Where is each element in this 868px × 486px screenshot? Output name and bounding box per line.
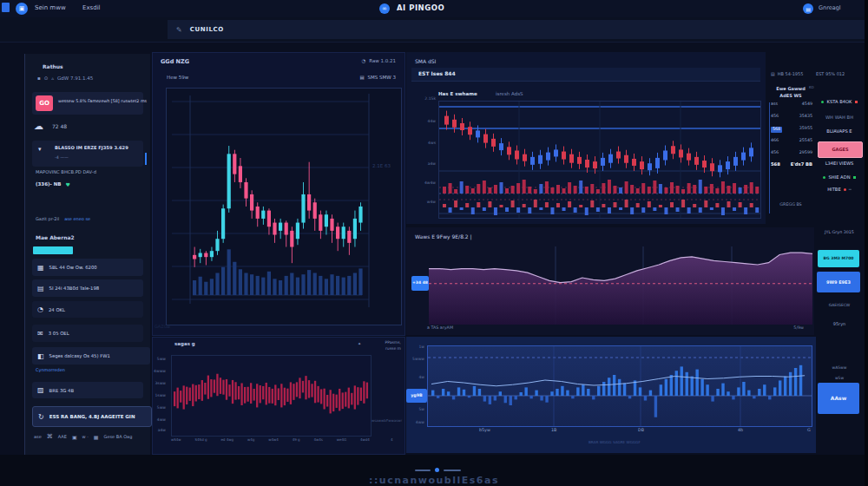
- rt-ylabel: a4w: [413, 162, 436, 167]
- bl-xaxis: wS4w S4Sd g ed 4wg w4g w4w4 49 g 4w4s we…: [171, 438, 370, 442]
- cmd-icon[interactable]: ⌘: [47, 434, 53, 440]
- trade-item-alert[interactable]: HITBE ┅: [814, 187, 865, 192]
- sidebar-scrollbar[interactable]: [145, 153, 147, 165]
- purple-left-button-label: +34 48: [412, 281, 428, 286]
- orderbook-row[interactable]: 45635435: [771, 115, 812, 119]
- candlestick-chart[interactable]: [167, 89, 401, 325]
- trade-item-status[interactable]: KSTA B4OK: [814, 100, 865, 104]
- trade-bar: KSTA B4OK WH WAH BH BLIAVAPS E GAGES L34…: [814, 52, 865, 460]
- main-panel-meta[interactable]: ◔ Raw 1.0.21: [361, 59, 396, 64]
- ob-price: 568: [771, 127, 782, 133]
- bl-ylabel: 4ww: [153, 417, 166, 422]
- sidebar-item-calendar[interactable]: ▤ SI 24i 43B0d Tale-198: [32, 279, 143, 297]
- ob-price: 568: [771, 162, 780, 167]
- cloud-row[interactable]: ☁ 72 48: [34, 122, 67, 131]
- bl-xlabel: we4G: [337, 438, 346, 442]
- br-right-button-label: AAsw: [831, 396, 846, 401]
- brand-icon[interactable]: ▣: [16, 3, 28, 15]
- trade-label: SHIE ADN: [828, 175, 850, 180]
- search-input[interactable]: ✎ CUNILCO: [168, 20, 865, 39]
- sidebar-item-alerts[interactable]: ↻ ESS RA BANG, 4.BJ AAGEITE GIN: [32, 406, 152, 427]
- gazit-link[interactable]: ase eneo se: [64, 217, 90, 221]
- rt-tab[interactable]: EST Ises 844: [418, 71, 456, 76]
- account-label[interactable]: Gnreagl: [819, 5, 841, 11]
- price-axis-label: 2.1E 63: [372, 164, 391, 169]
- slider-track-right[interactable]: [444, 470, 461, 471]
- orderbook-row[interactable]: 46625545: [771, 139, 812, 143]
- sidebar-item-media[interactable]: ▨ BRE 3G 4B: [32, 382, 143, 398]
- cloud-value: 72 48: [52, 124, 67, 129]
- corner-app-icon[interactable]: [2, 3, 10, 12]
- bl-ylabel: 4www: [153, 369, 166, 373]
- sidebar-meta-row: ▪ ⊙ ▵ GdW 7.91.1.45: [37, 76, 93, 82]
- cyan-action-button[interactable]: BG 3M3 M700: [818, 250, 859, 267]
- footer-label: Gese BA Oag: [104, 435, 133, 439]
- app-screen: ▣ Sein mww Exsdil ∞ AI PINGOO ▤ Gnreagl …: [0, 0, 868, 486]
- ob-size: 35955: [799, 127, 812, 133]
- slider-track-left[interactable]: [415, 470, 431, 471]
- sidebar-item-history[interactable]: ◔ 24 OKL: [32, 301, 143, 318]
- nav-link-2[interactable]: Exsdil: [82, 5, 101, 11]
- progress-bar: [33, 246, 73, 254]
- br-ylabel: 4w: [408, 376, 424, 380]
- trade-item[interactable]: WH WAH BH: [814, 115, 865, 120]
- bl-ylabel: a4w: [153, 428, 166, 432]
- rt-ylabel: 4ws: [413, 141, 436, 146]
- orderbook-row[interactable]: ass4549: [771, 102, 812, 107]
- histogram-chart[interactable]: [428, 346, 812, 426]
- trade-item-status2[interactable]: SHIE ADN: [814, 175, 865, 180]
- orderbook-row-total[interactable]: 568E'ds7 BB: [771, 162, 812, 167]
- nav-link-1[interactable]: Sein mww: [35, 5, 66, 11]
- box-icon[interactable]: ▣: [72, 435, 77, 440]
- sidebar-item-accounts[interactable]: ▦ SBL 44 Ow Ow. 6200: [32, 259, 143, 276]
- purple-left-button[interactable]: +34 48: [411, 276, 429, 291]
- sidebar-item-messages[interactable]: ✉ 3 05 OEL: [32, 325, 143, 342]
- sidebar-link[interactable]: Cynmorreden: [36, 368, 65, 372]
- stats-card[interactable]: ▾ BLASSO IM ERZE FJ359 3.629 -4 ——: [32, 141, 143, 167]
- app-title: AI PINGOO: [397, 4, 444, 12]
- stats-sub2: (336)- NB: [36, 182, 62, 187]
- sidebar-item-reports[interactable]: ◧ Seges dalcasy Os 45) FW1: [32, 347, 150, 364]
- bl-xlabel: ed 4wg: [220, 438, 233, 442]
- ob-price: 466: [771, 139, 779, 143]
- grid-icon[interactable]: ▦: [94, 435, 99, 440]
- clock-icon: ◔: [361, 59, 365, 64]
- heart-icon: ♥: [66, 182, 70, 187]
- image-icon: ▨: [37, 386, 44, 394]
- orderbook-row[interactable]: 45629599: [771, 151, 812, 155]
- stats-line: BLASSO IM ERZE FJ359 3.629: [55, 146, 128, 150]
- area-chart[interactable]: [429, 246, 812, 325]
- blue-action-button[interactable]: 9W9 E9E3: [817, 272, 860, 292]
- ob-price: ass: [771, 102, 778, 107]
- br-right-button[interactable]: AAsw: [818, 383, 859, 414]
- promo-banner[interactable]: GO wessew 5.8% Famezewh [58] ruswtet2 ms: [32, 92, 143, 115]
- stats-dash: -4 ——: [55, 156, 69, 161]
- oscillator-chart[interactable]: [172, 356, 371, 436]
- cloud-icon: ☁: [34, 122, 43, 131]
- trade-item[interactable]: L34EI VIEWS: [814, 161, 865, 166]
- rt-legend-2[interactable]: isresh AdsS: [496, 92, 523, 97]
- purple-right-meta: JYL Gryn 3015: [814, 231, 865, 235]
- right-edge: [865, 0, 868, 486]
- trade-label: KSTA B4OK: [826, 100, 852, 104]
- main-panel-submeta[interactable]: ▤ SMS SMW 3: [359, 76, 396, 81]
- right-note-2: 95ryn: [814, 322, 865, 326]
- sell-button[interactable]: GAGES: [818, 141, 863, 158]
- br-ylabel: 5www: [408, 358, 424, 362]
- orderbook-row-selected[interactable]: 56835955: [771, 127, 812, 133]
- br-xlabel: G: [807, 429, 811, 433]
- slider-dot[interactable]: [435, 468, 439, 472]
- search-row: ✎ CUNILCO: [0, 17, 868, 43]
- ob-size: 25545: [799, 139, 812, 143]
- main-meta-label: Raw 1.0.21: [369, 59, 396, 64]
- minihead-left-label: HB 54-1955: [778, 72, 804, 76]
- br-left-button[interactable]: yg9B: [406, 389, 427, 403]
- rt-legend-1[interactable]: Has E swhame: [438, 92, 477, 97]
- trade-item[interactable]: BLIAVAPS E: [814, 129, 865, 134]
- bank-icon: ▦: [37, 264, 44, 272]
- bands-chart[interactable]: [439, 102, 760, 218]
- gazit-row: Gazit pr-2il ase eneo se: [36, 217, 90, 221]
- main-panel-title: GGd NZG: [161, 59, 189, 65]
- sidebar-footer-row: ase ⌘ AAE ▣ w · ▦ Gese BA Oag: [34, 434, 132, 440]
- account-icon[interactable]: ▤: [803, 3, 813, 14]
